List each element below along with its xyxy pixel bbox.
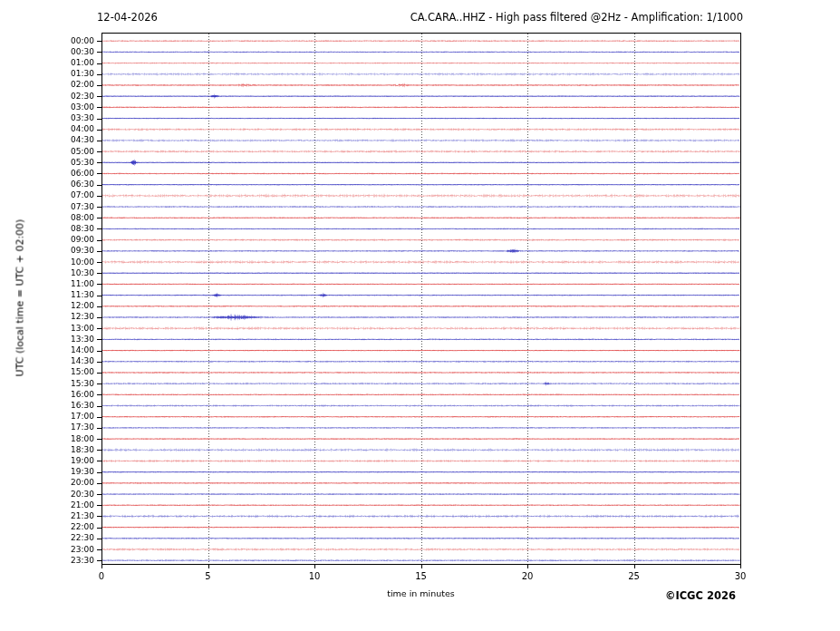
y-tick-label: 11:30 <box>34 291 94 299</box>
y-tick-label: 23:30 <box>34 557 94 565</box>
y-tick-label: 07:00 <box>34 191 94 199</box>
y-tick-label: 00:30 <box>34 48 94 56</box>
helicorder-figure: 12-04-2026 CA.CARA..HHZ - High pass filt… <box>0 0 840 631</box>
y-tick-label: 06:30 <box>34 180 94 189</box>
y-tick-label: 01:30 <box>34 70 94 78</box>
y-tick-label: 15:00 <box>34 368 94 376</box>
y-tick-label: 20:30 <box>34 490 94 499</box>
y-tick-label: 10:00 <box>34 258 94 267</box>
y-tick-label: 09:30 <box>34 247 94 255</box>
y-tick-label: 15:30 <box>34 380 94 388</box>
x-tick-label: 0 <box>83 572 120 581</box>
y-tick-label: 13:30 <box>34 335 94 344</box>
y-tick-label: 00:00 <box>34 37 94 45</box>
x-tick-label: 30 <box>722 572 758 581</box>
copyright-credit: ©ICGC 2026 <box>665 589 736 602</box>
x-tick-label: 25 <box>616 572 652 581</box>
y-tick-label: 16:00 <box>34 391 94 399</box>
y-tick-label: 17:00 <box>34 413 94 421</box>
y-axis-label: UTC (local time = UTC + 02:00) <box>14 162 26 434</box>
y-tick-label: 02:00 <box>34 81 94 89</box>
y-tick-label: 03:00 <box>34 103 94 112</box>
x-tick-label: 20 <box>509 572 546 581</box>
seismogram-plot-canvas <box>0 0 840 631</box>
y-tick-label: 21:30 <box>34 512 94 520</box>
y-tick-label: 06:00 <box>34 170 94 178</box>
y-tick-label: 09:00 <box>34 236 94 244</box>
y-tick-label: 01:00 <box>34 59 94 67</box>
y-tick-label: 07:30 <box>34 203 94 211</box>
y-tick-label: 19:00 <box>34 457 94 465</box>
y-tick-label: 22:30 <box>34 534 94 542</box>
y-tick-label: 18:00 <box>34 435 94 443</box>
x-tick-label: 15 <box>403 572 439 581</box>
y-tick-label: 08:30 <box>34 225 94 233</box>
y-tick-label: 10:30 <box>34 269 94 277</box>
x-tick-label: 10 <box>296 572 333 581</box>
date-title: 12-04-2026 <box>97 11 158 24</box>
y-tick-label: 16:30 <box>34 402 94 410</box>
y-tick-label: 02:30 <box>34 92 94 101</box>
y-tick-label: 04:30 <box>34 136 94 144</box>
y-tick-label: 14:00 <box>34 346 94 354</box>
y-tick-label: 04:00 <box>34 125 94 133</box>
x-tick-label: 5 <box>190 572 227 581</box>
y-tick-label: 03:30 <box>34 114 94 122</box>
y-tick-label: 18:30 <box>34 446 94 454</box>
y-tick-label: 08:00 <box>34 214 94 222</box>
y-tick-label: 17:30 <box>34 423 94 432</box>
y-tick-label: 11:00 <box>34 280 94 288</box>
y-tick-label: 05:30 <box>34 159 94 167</box>
y-tick-label: 21:00 <box>34 501 94 510</box>
x-axis-label: time in minutes <box>101 588 740 598</box>
y-tick-label: 12:30 <box>34 313 94 321</box>
y-tick-label: 23:00 <box>34 546 94 554</box>
y-tick-label: 13:00 <box>34 325 94 333</box>
y-tick-label: 05:00 <box>34 148 94 156</box>
y-tick-label: 19:30 <box>34 468 94 476</box>
y-tick-label: 12:00 <box>34 302 94 310</box>
y-tick-label: 14:30 <box>34 357 94 365</box>
y-tick-label: 22:00 <box>34 523 94 531</box>
y-tick-label: 20:00 <box>34 479 94 487</box>
station-title: CA.CARA..HHZ - High pass filtered @2Hz -… <box>410 11 743 24</box>
